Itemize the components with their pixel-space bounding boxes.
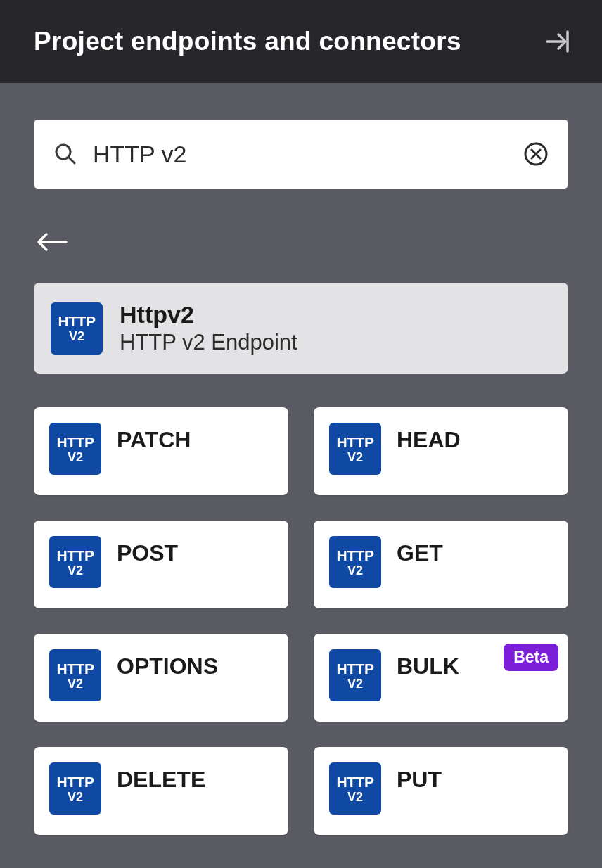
http-v2-icon: HTTP V2	[329, 536, 381, 588]
http-v2-icon: HTTP V2	[49, 762, 101, 815]
arrow-left-icon	[37, 232, 68, 252]
method-label: PATCH	[117, 423, 191, 453]
methods-grid: HTTP V2 PATCH HTTP V2 HEAD HTTP V2 POST …	[34, 407, 568, 835]
collapse-right-icon	[543, 27, 571, 56]
clear-icon	[523, 141, 549, 167]
svg-line-2	[69, 158, 75, 163]
method-card-bulk[interactable]: HTTP V2 BULK Beta	[314, 634, 568, 722]
back-button[interactable]	[34, 232, 68, 252]
panel-content: HTTP V2 Httpv2 HTTP v2 Endpoint HTTP V2 …	[0, 83, 602, 835]
http-v2-icon: HTTP V2	[329, 762, 381, 815]
http-v2-icon: HTTP V2	[329, 649, 381, 701]
method-card-delete[interactable]: HTTP V2 DELETE	[34, 747, 288, 835]
method-label: PUT	[397, 762, 442, 793]
http-v2-icon: HTTP V2	[51, 302, 103, 355]
beta-badge: Beta	[504, 644, 558, 671]
method-label: POST	[117, 536, 178, 566]
method-label: GET	[397, 536, 443, 566]
method-label: HEAD	[397, 423, 461, 453]
endpoint-title: Httpv2	[120, 301, 297, 328]
search-icon	[53, 142, 77, 166]
method-label: DELETE	[117, 762, 205, 793]
method-label: OPTIONS	[117, 649, 218, 679]
endpoint-card-httpv2[interactable]: HTTP V2 Httpv2 HTTP v2 Endpoint	[34, 283, 568, 374]
http-v2-icon: HTTP V2	[49, 536, 101, 588]
method-card-head[interactable]: HTTP V2 HEAD	[314, 407, 568, 495]
method-card-options[interactable]: HTTP V2 OPTIONS	[34, 634, 288, 722]
endpoint-subtitle: HTTP v2 Endpoint	[120, 330, 297, 355]
panel-header: Project endpoints and connectors	[0, 0, 602, 83]
search-bar	[34, 120, 568, 189]
http-v2-icon: HTTP V2	[49, 649, 101, 701]
clear-search-button[interactable]	[523, 141, 549, 167]
method-card-get[interactable]: HTTP V2 GET	[314, 521, 568, 608]
collapse-panel-button[interactable]	[540, 25, 574, 58]
http-v2-icon: HTTP V2	[329, 423, 381, 475]
panel-title: Project endpoints and connectors	[34, 27, 461, 56]
http-v2-icon: HTTP V2	[49, 423, 101, 475]
method-card-put[interactable]: HTTP V2 PUT	[314, 747, 568, 835]
method-label: BULK	[397, 649, 459, 679]
method-card-post[interactable]: HTTP V2 POST	[34, 521, 288, 608]
search-input[interactable]	[93, 141, 508, 168]
method-card-patch[interactable]: HTTP V2 PATCH	[34, 407, 288, 495]
